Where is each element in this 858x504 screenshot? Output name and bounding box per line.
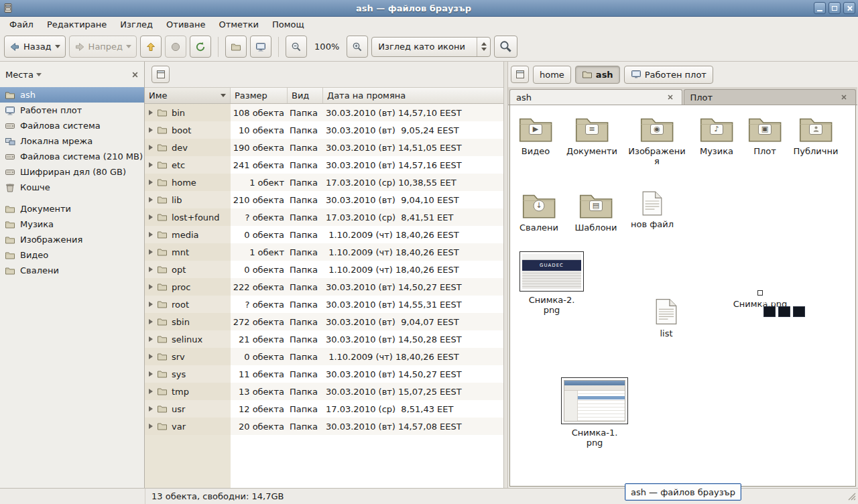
stop-button[interactable] (165, 36, 186, 58)
table-row[interactable]: var 20 обекта Папка 30.03.2010 (вт) 14,5… (145, 418, 503, 435)
name-cell[interactable]: selinux (145, 330, 231, 348)
breadcrumb-home[interactable]: home (533, 66, 571, 84)
computer-button[interactable] (250, 36, 271, 58)
table-row[interactable]: sbin 272 обекта Папка 30.03.2010 (вт) 9,… (145, 313, 503, 330)
table-row[interactable]: home 1 обект Папка 17.03.2010 (ср) 10,38… (145, 174, 503, 191)
expander-icon[interactable] (149, 336, 153, 342)
sidebar-item-music[interactable]: Музика (0, 216, 144, 232)
sidebar-item-downloads[interactable]: Свалени (0, 263, 144, 278)
sidebar-item-local-network[interactable]: Локална мрежа (0, 133, 144, 149)
name-cell[interactable]: mnt (145, 243, 231, 261)
table-row[interactable]: boot 10 обекта Папка 30.03.2010 (вт) 9,0… (145, 121, 503, 139)
back-button[interactable]: Назад (4, 36, 66, 58)
sidebar-title[interactable]: Места (5, 70, 34, 80)
name-cell[interactable]: root (145, 296, 231, 313)
expander-icon[interactable] (149, 110, 153, 115)
name-cell[interactable]: sbin (145, 313, 231, 330)
expander-icon[interactable] (149, 319, 153, 324)
name-cell[interactable]: var (145, 418, 231, 435)
menu-view[interactable]: Изглед (113, 17, 160, 32)
menu-help[interactable]: Помощ (265, 17, 311, 32)
desktop-item-pictures[interactable]: ◉ Изображения (627, 115, 687, 166)
zoom-out-button[interactable] (286, 36, 307, 58)
expander-icon[interactable] (149, 406, 153, 412)
desktop-item-desktop-folder[interactable]: ▣ Плот (746, 115, 784, 166)
sidebar-close-button[interactable] (131, 71, 139, 78)
table-row[interactable]: mnt 1 обект Папка 1.10.2009 (чт) 18,40,2… (145, 243, 503, 261)
name-cell[interactable]: lib (145, 191, 231, 208)
expander-icon[interactable] (149, 267, 153, 272)
breadcrumb-ash[interactable]: ash (575, 66, 620, 84)
maximize-button[interactable] (829, 2, 841, 14)
search-button[interactable] (494, 36, 517, 58)
desktop-item-snimka2[interactable]: GUADEC Снимка-2.png (517, 251, 587, 315)
table-row[interactable]: root ? обекта Папка 30.03.2010 (вт) 14,5… (145, 296, 503, 313)
tab-close-button[interactable] (665, 92, 676, 103)
forward-button[interactable]: Напред (69, 36, 137, 58)
sidebar-item-trash[interactable]: Кошче (0, 180, 144, 195)
reload-button[interactable] (190, 36, 211, 58)
table-row[interactable]: lib 210 обекта Папка 30.03.2010 (вт) 9,0… (145, 191, 503, 208)
expander-icon[interactable] (149, 302, 153, 307)
table-row[interactable]: opt 0 обекта Папка 1.10.2009 (чт) 18,40,… (145, 261, 503, 278)
name-cell[interactable]: dev (145, 139, 231, 156)
menu-edit[interactable]: Редактиране (40, 17, 113, 32)
sidebar-item-pictures[interactable]: Изображения (0, 232, 144, 247)
sidebar-item-documents[interactable]: Документи (0, 201, 144, 216)
expander-icon[interactable] (149, 162, 153, 168)
name-cell[interactable]: boot (145, 121, 231, 139)
expander-icon[interactable] (149, 232, 153, 237)
table-row[interactable]: srv 0 обекта Папка 1.10.2009 (чт) 18,40,… (145, 348, 503, 365)
table-row[interactable]: etc 241 обекта Папка 30.03.2010 (вт) 14,… (145, 156, 503, 174)
pane-splitter[interactable] (503, 62, 508, 488)
table-row[interactable]: tmp 13 обекта Папка 30.03.2010 (вт) 15,0… (145, 383, 503, 400)
view-mode-select[interactable]: Изглед като икони (371, 37, 491, 57)
name-cell[interactable]: srv (145, 348, 231, 365)
sidebar-item-filesystem-210mb[interactable]: Файлова система (210 MB) (0, 149, 144, 164)
name-cell[interactable]: bin (145, 104, 231, 121)
tab-close-button[interactable] (839, 92, 849, 103)
name-cell[interactable]: sys (145, 365, 231, 383)
window-titlebar[interactable]: ash — файлов браузър (0, 0, 858, 17)
table-row[interactable]: sys 11 обекта Папка 30.03.2010 (вт) 14,5… (145, 365, 503, 383)
view-mode-stepper[interactable] (477, 38, 490, 56)
sidebar-item-video[interactable]: Видео (0, 247, 144, 263)
expander-icon[interactable] (149, 249, 153, 255)
icon-view[interactable]: ▶ Видео ≡ Документи ◉ Изображ (509, 105, 856, 487)
home-button[interactable] (225, 36, 247, 58)
name-cell[interactable]: tmp (145, 383, 231, 400)
column-header-type[interactable]: Вид (288, 88, 323, 103)
column-header-size[interactable]: Размер (231, 88, 288, 103)
name-cell[interactable]: etc (145, 156, 231, 174)
desktop-item-video[interactable]: ▶ Видео (514, 115, 557, 166)
resize-grip[interactable] (847, 491, 857, 501)
name-cell[interactable]: opt (145, 261, 231, 278)
close-button[interactable] (843, 2, 855, 14)
sidebar-item-ash[interactable]: ash (0, 87, 144, 103)
expander-icon[interactable] (149, 127, 153, 133)
sidebar-selector-chevron-icon[interactable] (36, 73, 42, 76)
desktop-item-snimka[interactable]: GNOME Store Снимка.png (723, 290, 797, 309)
table-row[interactable]: usr 12 обекта Папка 17.03.2010 (ср) 8,51… (145, 400, 503, 418)
column-header-date[interactable]: Дата на промяна (323, 88, 503, 103)
desktop-item-downloads[interactable]: ↓ Свалени (514, 191, 564, 233)
desktop-item-documents[interactable]: ≡ Документи (562, 115, 621, 166)
sidebar-item-desktop[interactable]: Работен плот (0, 103, 144, 118)
tab-desktop[interactable]: Плот (684, 89, 857, 105)
desktop-item-new-file[interactable]: нов файл (628, 191, 676, 233)
name-cell[interactable]: usr (145, 400, 231, 418)
table-row[interactable]: proc 222 обекта Папка 30.03.2010 (вт) 14… (145, 278, 503, 296)
name-cell[interactable]: proc (145, 278, 231, 296)
tab-ash[interactable]: ash (509, 89, 682, 105)
expander-icon[interactable] (149, 371, 153, 377)
desktop-item-templates[interactable]: ▤ Шаблони (569, 191, 623, 233)
column-header-name[interactable]: Име (145, 88, 231, 103)
table-row[interactable]: dev 190 обекта Папка 30.03.2010 (вт) 14,… (145, 139, 503, 156)
pane-location-button[interactable] (151, 66, 170, 83)
table-row[interactable]: lost+found ? обекта Папка 17.03.2010 (ср… (145, 208, 503, 226)
zoom-in-button[interactable] (347, 36, 368, 58)
name-cell[interactable]: lost+found (145, 208, 231, 226)
expander-icon[interactable] (149, 354, 153, 359)
expander-icon[interactable] (149, 145, 153, 150)
desktop-item-public[interactable]: Публични (789, 115, 843, 166)
